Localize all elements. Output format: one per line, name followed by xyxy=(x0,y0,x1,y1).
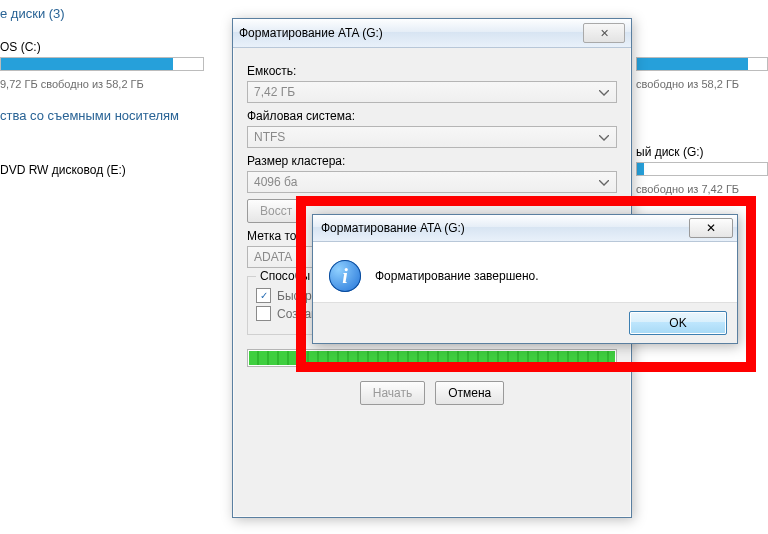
explorer-section-drives: е диски (3) xyxy=(0,6,65,21)
start-button[interactable]: Начать xyxy=(360,381,426,405)
drive-free-text-g: свободно из 7,42 ГБ xyxy=(636,183,739,195)
filesystem-combo[interactable]: NTFS xyxy=(247,126,617,148)
chevron-down-icon xyxy=(596,130,612,146)
drive-usage-bar-c xyxy=(0,57,204,71)
capacity-label: Емкость: xyxy=(247,64,617,78)
close-icon: ✕ xyxy=(706,221,716,235)
chevron-down-icon xyxy=(596,175,612,191)
capacity-combo[interactable]: 7,42 ГБ xyxy=(247,81,617,103)
filesystem-value: NTFS xyxy=(254,130,285,144)
volume-name-value: ADATA xyxy=(254,250,292,264)
chevron-down-icon xyxy=(596,85,612,101)
checkbox-icon: ✓ xyxy=(256,288,271,303)
format-dialog-title: Форматирование ATA (G:) xyxy=(239,26,383,40)
message-box-text: Форматирование завершено. xyxy=(375,269,539,283)
close-icon: ✕ xyxy=(600,27,609,40)
drive-label-c: OS (C:) xyxy=(0,40,41,54)
ok-button[interactable]: OK xyxy=(629,311,727,335)
cancel-button[interactable]: Отмена xyxy=(435,381,504,405)
explorer-section-removable: ства со съемными носителям xyxy=(0,108,179,123)
drive-usage-bar-right xyxy=(636,57,768,71)
drive-free-text-c: 9,72 ГБ свободно из 58,2 ГБ xyxy=(0,78,144,90)
capacity-value: 7,42 ГБ xyxy=(254,85,295,99)
cluster-value: 4096 ба xyxy=(254,175,297,189)
drive-free-text-right-c: свободно из 58,2 ГБ xyxy=(636,78,739,90)
info-icon: i xyxy=(329,260,361,292)
drive-label-g: ый диск (G:) xyxy=(636,145,704,159)
format-dialog-close-button[interactable]: ✕ xyxy=(583,23,625,43)
drive-label-dvd: DVD RW дисковод (E:) xyxy=(0,163,126,177)
checkbox-icon xyxy=(256,306,271,321)
filesystem-label: Файловая система: xyxy=(247,109,617,123)
message-box-close-button[interactable]: ✕ xyxy=(689,218,733,238)
drive-usage-bar-g xyxy=(636,162,768,176)
message-box-titlebar[interactable]: Форматирование ATA (G:) ✕ xyxy=(313,215,737,242)
format-dialog-titlebar[interactable]: Форматирование ATA (G:) ✕ xyxy=(233,19,631,48)
cluster-combo[interactable]: 4096 ба xyxy=(247,171,617,193)
message-box: Форматирование ATA (G:) ✕ i Форматирован… xyxy=(312,214,738,344)
message-box-title: Форматирование ATA (G:) xyxy=(321,221,465,235)
cluster-label: Размер кластера: xyxy=(247,154,617,168)
